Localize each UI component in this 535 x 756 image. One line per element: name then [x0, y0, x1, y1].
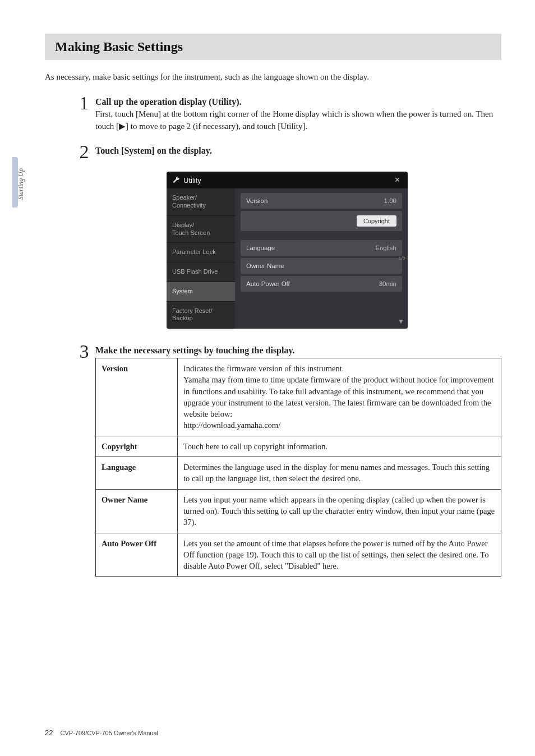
cell-key: Language — [96, 457, 178, 490]
page-footer: 22 CVP-709/CVP-705 Owner's Manual — [45, 729, 158, 737]
chevron-down-icon[interactable]: ▼ — [398, 317, 404, 325]
utility-content: Version 1.00 Copyright Language English … — [235, 188, 408, 329]
sidebar-item-system[interactable]: System — [167, 282, 235, 302]
step-number: 3 — [73, 342, 95, 577]
utility-header: Utility × — [167, 172, 408, 188]
row-copyright: Copyright — [241, 211, 402, 231]
row-owner[interactable]: Owner Name — [241, 258, 402, 274]
close-icon[interactable]: × — [393, 175, 402, 185]
wrench-icon — [172, 176, 180, 184]
intro-text: As necessary, make basic settings for th… — [45, 71, 501, 84]
sidebar-item-factory[interactable]: Factory Reset/ Backup — [167, 302, 235, 329]
row-value: 1.00 — [384, 197, 396, 204]
table-row: Version Indicates the firmware version o… — [96, 358, 501, 436]
footer-text: CVP-709/CVP-705 Owner's Manual — [61, 730, 159, 736]
row-version[interactable]: Version 1.00 — [241, 193, 402, 209]
step-title: Call up the operation display (Utility). — [95, 97, 501, 107]
row-value: English — [375, 245, 396, 251]
row-language[interactable]: Language English — [241, 240, 402, 256]
step-1: 1 Call up the operation display (Utility… — [73, 94, 501, 133]
step-2: 2 Touch [System] on the display. — [73, 142, 501, 162]
table-row: Auto Power Off Lets you set the amount o… — [96, 533, 501, 577]
cell-val: Lets you set the amount of time that ela… — [178, 533, 501, 577]
sidebar-item-speaker[interactable]: Speaker/ Connectivity — [167, 188, 235, 216]
sidebar-item-usb[interactable]: USB Flash Drive — [167, 262, 235, 282]
row-label: Version — [246, 197, 268, 204]
step-number: 1 — [73, 94, 95, 133]
page-indicator: 1/2 — [398, 256, 405, 261]
step-text: First, touch [Menu] at the bottom right … — [95, 108, 501, 133]
copyright-button[interactable]: Copyright — [357, 215, 396, 227]
utility-sidebar: Speaker/ Connectivity Display/ Touch Scr… — [167, 188, 235, 329]
cell-key: Version — [96, 358, 178, 436]
settings-table: Version Indicates the firmware version o… — [95, 358, 501, 577]
sidebar-item-lock[interactable]: Parameter Lock — [167, 243, 235, 262]
table-row: Language Determines the language used in… — [96, 457, 501, 490]
step-3: 3 Make the necessary settings by touchin… — [73, 342, 501, 577]
side-tab-label: Starting Up — [17, 168, 25, 200]
cell-val: Indicates the firmware version of this i… — [178, 358, 501, 436]
row-label: Auto Power Off — [246, 280, 290, 287]
row-label: Language — [246, 245, 275, 251]
page-number: 22 — [45, 729, 53, 737]
cell-key: Auto Power Off — [96, 533, 178, 577]
cell-val: Determines the language used in the disp… — [178, 457, 501, 490]
row-value: 30min — [379, 280, 396, 287]
step-title: Touch [System] on the display. — [95, 146, 501, 156]
row-label: Owner Name — [246, 262, 284, 269]
sidebar-item-display[interactable]: Display/ Touch Screen — [167, 216, 235, 243]
table-row: Owner Name Lets you input your name whic… — [96, 489, 501, 533]
step-number: 2 — [73, 142, 95, 162]
section-heading: Making Basic Settings — [45, 34, 501, 60]
cell-val: Lets you input your name which appears i… — [178, 489, 501, 533]
cell-val: Touch here to call up copyright informat… — [178, 436, 501, 457]
cell-key: Copyright — [96, 436, 178, 457]
utility-dialog: Utility × Speaker/ Connectivity Display/… — [167, 172, 408, 329]
utility-title: Utility — [183, 176, 393, 185]
step-title: Make the necessary settings by touching … — [95, 345, 501, 356]
cell-key: Owner Name — [96, 489, 178, 533]
table-row: Copyright Touch here to call up copyrigh… — [96, 436, 501, 457]
row-autopoweroff[interactable]: Auto Power Off 30min — [241, 276, 402, 292]
